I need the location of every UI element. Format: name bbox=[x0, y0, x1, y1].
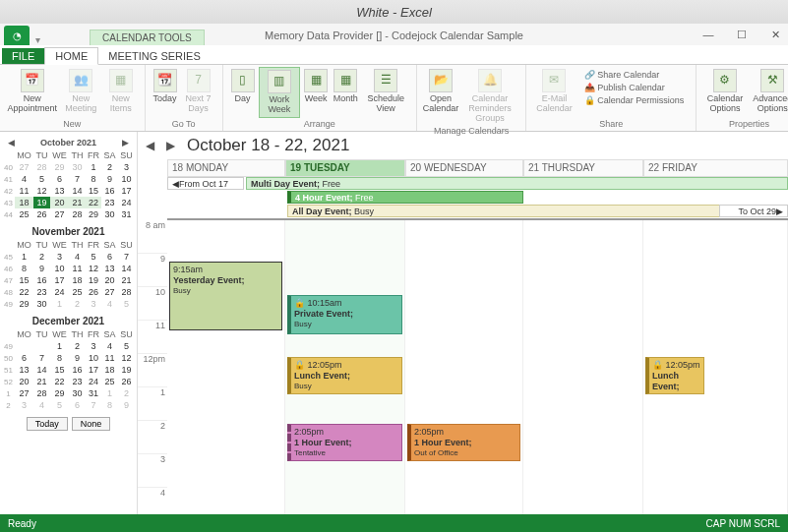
status-locks: CAP NUM SCRL bbox=[706, 518, 780, 529]
calendar-groups-button[interactable]: 🔔Calendar Reminders Groups bbox=[460, 67, 519, 126]
group-label-share: Share bbox=[599, 119, 623, 129]
minical-title-1: November 2021 bbox=[2, 226, 135, 237]
schedule-view-button[interactable]: ☰Schedule View bbox=[361, 67, 410, 116]
next7-button[interactable]: 7Next 7 Days bbox=[181, 67, 216, 116]
maximize-button[interactable]: ☐ bbox=[733, 28, 751, 41]
ribbon-tabstrip: FILE HOME MEETING SERIES bbox=[0, 45, 788, 65]
app-icon: ◔ bbox=[4, 26, 30, 45]
tab-meeting-series[interactable]: MEETING SERIES bbox=[98, 48, 211, 64]
allday-area[interactable]: ◀ From Oct 17 Multi Day Event; Free 4 Ho… bbox=[167, 177, 788, 220]
week-view-icon: ▦ bbox=[304, 69, 328, 92]
month-icon: ▦ bbox=[333, 69, 357, 92]
col-mon[interactable]: 9:15amYesterday Event;Busy bbox=[167, 220, 285, 514]
prev-month-icon[interactable]: ◀ bbox=[8, 138, 15, 148]
share-calendar-button[interactable]: 🔗 Share Calendar bbox=[580, 69, 689, 81]
week-icon: 7 bbox=[187, 69, 211, 92]
open-calendar-button[interactable]: 📂Open Calendar bbox=[423, 67, 458, 116]
yesterday-event[interactable]: 9:15amYesterday Event;Busy bbox=[169, 262, 282, 330]
options-icon: ⚙ bbox=[713, 69, 737, 92]
lunch-event-fri[interactable]: 🔒 12:05pmLunch Event;Busy bbox=[645, 357, 704, 394]
hour-event-ooo[interactable]: 2:05pm1 Hour Event;Out of Office bbox=[407, 424, 520, 461]
status-ready: Ready bbox=[8, 518, 36, 529]
fourhour-event[interactable]: 4 Hour Event; Free bbox=[287, 191, 523, 204]
contextual-tab-label: CALENDAR TOOLS bbox=[90, 30, 205, 45]
qat-row: ◔ ▾ CALENDAR TOOLS Memory Data Provider … bbox=[0, 24, 788, 45]
dayheader-tue[interactable]: 19 TUESDAY bbox=[285, 159, 405, 177]
calendar-options-button[interactable]: ⚙Calendar Options bbox=[702, 67, 747, 116]
minical-oct[interactable]: MOTUWETHFRSASU40272829301234145678910421… bbox=[2, 149, 135, 220]
calendar-plus-icon: 📅 bbox=[21, 69, 44, 92]
hour-event-tentative[interactable]: 2:05pm1 Hour Event;Tentative bbox=[287, 424, 402, 461]
lunch-event-tue[interactable]: 🔒 12:05pmLunch Event;Busy bbox=[287, 357, 402, 394]
workweek-icon: ▥ bbox=[268, 70, 291, 93]
document-title: Memory Data Provider [] - Codejock Calen… bbox=[265, 30, 523, 41]
email-icon: ✉ bbox=[542, 69, 566, 92]
minical-title-2: December 2021 bbox=[2, 316, 135, 326]
prev-range-icon[interactable]: ◀ bbox=[146, 139, 154, 152]
outer-titlebar: White - Excel bbox=[0, 0, 788, 24]
next-range-icon[interactable]: ▶ bbox=[166, 139, 175, 152]
groups-icon: 🔔 bbox=[478, 69, 502, 92]
day-headers: 18 MONDAY 19 TUESDAY 20 WEDNESDAY 21 THU… bbox=[167, 159, 788, 177]
status-bar: Ready CAP NUM SCRL bbox=[0, 514, 788, 532]
new-meeting-button[interactable]: 👥New Meeting bbox=[60, 67, 101, 116]
col-fri[interactable]: 🔒 12:05pmLunch Event;Busy bbox=[643, 220, 788, 514]
meeting-icon: 👥 bbox=[69, 69, 92, 92]
group-label-arrange: Arrange bbox=[304, 119, 335, 129]
multiday-event[interactable]: Multi Day Event; Free bbox=[246, 177, 788, 190]
dayheader-fri[interactable]: 22 FRIDAY bbox=[643, 159, 788, 177]
new-appointment-button[interactable]: 📅New Appointment bbox=[6, 67, 58, 116]
minical-dec[interactable]: MOTUWETHFRSASU49123455067891011125113141… bbox=[2, 328, 135, 411]
tab-file[interactable]: FILE bbox=[2, 48, 44, 64]
col-tue[interactable]: 🔒 10:15amPrivate Event;Busy 🔒 12:05pmLun… bbox=[285, 220, 405, 514]
minimize-button[interactable]: — bbox=[699, 28, 717, 41]
group-label-new: New bbox=[63, 119, 81, 129]
open-icon: 📂 bbox=[429, 69, 453, 92]
time-grid[interactable]: 8 am9101112pm123456 9:15amYesterday Even… bbox=[138, 220, 788, 514]
advanced-options-button[interactable]: ⚒Advanced Options bbox=[750, 67, 788, 116]
dayheader-mon[interactable]: 18 MONDAY bbox=[167, 159, 285, 177]
new-items-button[interactable]: ▦New Items bbox=[103, 67, 138, 116]
group-label-properties: Properties bbox=[729, 119, 769, 129]
calendar-permissions-button[interactable]: 🔒 Calendar Permissions bbox=[580, 94, 689, 106]
private-event[interactable]: 🔒 10:15amPrivate Event;Busy bbox=[287, 295, 402, 334]
day-view-button[interactable]: ▯Day bbox=[229, 67, 257, 106]
date-navigator: ◀ October 2021 ▶ MOTUWETHFRSASU402728293… bbox=[0, 132, 138, 514]
email-calendar-button[interactable]: ✉E-Mail Calendar bbox=[532, 67, 576, 116]
date-range-title: October 18 - 22, 2021 bbox=[187, 136, 349, 155]
col-thu[interactable] bbox=[523, 220, 643, 514]
today-button[interactable]: 📆Today bbox=[152, 67, 179, 106]
day-icon: ▯ bbox=[231, 69, 255, 92]
dayheader-wed[interactable]: 20 WEDNESDAY bbox=[405, 159, 523, 177]
group-label-goto: Go To bbox=[172, 119, 196, 129]
outer-title: White - Excel bbox=[356, 5, 432, 20]
publish-calendar-button[interactable]: 📤 Publish Calendar bbox=[580, 82, 689, 93]
month-view-button[interactable]: ▦Month bbox=[332, 67, 359, 106]
dayheader-thu[interactable]: 21 THURSDAY bbox=[523, 159, 643, 177]
week-view-button[interactable]: ▦Week bbox=[302, 67, 330, 106]
ribbon: 📅New Appointment 👥New Meeting ▦New Items… bbox=[0, 65, 788, 132]
items-icon: ▦ bbox=[109, 69, 133, 92]
sidebar-none-button[interactable]: None bbox=[72, 417, 111, 431]
minical-title-0: October 2021 bbox=[40, 138, 96, 148]
advanced-icon: ⚒ bbox=[760, 69, 784, 92]
allday-event[interactable]: All Day Event; Busy bbox=[287, 205, 788, 217]
workweek-view-button[interactable]: ▥Work Week bbox=[259, 67, 301, 118]
sidebar-today-button[interactable]: Today bbox=[27, 417, 68, 431]
close-button[interactable]: ✕ bbox=[766, 28, 784, 41]
to-indicator[interactable]: To Oct 29 ▶ bbox=[719, 205, 788, 217]
schedule-icon: ☰ bbox=[374, 69, 397, 92]
today-icon: 📆 bbox=[153, 69, 177, 92]
minical-nov[interactable]: MOTUWETHFRSASU45123456746891011121314471… bbox=[2, 239, 135, 310]
from-indicator[interactable]: ◀ From Oct 17 bbox=[167, 177, 244, 190]
qat-dropdown-icon[interactable]: ▾ bbox=[35, 34, 40, 45]
tab-home[interactable]: HOME bbox=[44, 47, 98, 65]
col-wed[interactable]: 2:05pm1 Hour Event;Out of Office bbox=[405, 220, 523, 514]
next-month-icon[interactable]: ▶ bbox=[122, 138, 129, 148]
